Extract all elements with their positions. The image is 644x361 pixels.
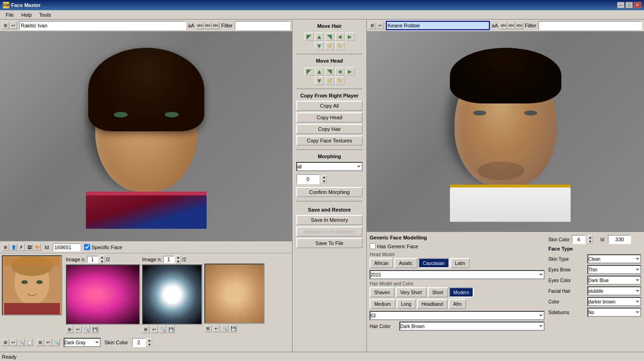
right-icon-1[interactable]: ⊞ xyxy=(369,22,376,29)
hair-short[interactable]: Short xyxy=(428,287,448,297)
img2-icon1[interactable]: ⊞ xyxy=(142,326,150,333)
left-filter-input[interactable] xyxy=(234,21,290,30)
specific-face-checkbox[interactable] xyxy=(84,244,90,250)
skin-color-top-up[interactable]: ▲ xyxy=(587,235,593,239)
hair-arrow-right[interactable]: ► xyxy=(345,32,355,41)
hair-arrow-down[interactable]: ▼ xyxy=(315,42,324,50)
copy-head-button[interactable]: Copy Head xyxy=(296,112,363,122)
bt-icon6[interactable]: ↩ xyxy=(45,339,52,346)
left-icon-1[interactable]: ⊞ xyxy=(2,22,9,29)
skin-type-select[interactable]: Clean Normal Oily xyxy=(587,254,641,264)
head-latin[interactable]: Latin xyxy=(450,258,470,268)
left-abc-3[interactable]: abc xyxy=(212,22,220,29)
hair-long[interactable]: Long xyxy=(397,299,416,309)
left-status-icon-4[interactable]: 🖼 xyxy=(26,244,33,251)
image-n2-input[interactable] xyxy=(163,256,175,263)
hair-modern[interactable]: Modern xyxy=(449,287,474,297)
morphing-val-down[interactable]: ▼ xyxy=(321,179,327,183)
menu-tools[interactable]: Tools xyxy=(35,11,55,19)
hair-shaven[interactable]: Shaven xyxy=(370,287,395,297)
bt-icon7[interactable]: 🔍 xyxy=(52,339,60,346)
bt-icon2[interactable]: ↩ xyxy=(10,339,17,346)
bt-icon5[interactable]: ⊞ xyxy=(37,339,44,346)
restore-memory-button[interactable]: Restore From Memory xyxy=(296,226,363,237)
morphing-value-input[interactable] xyxy=(296,174,319,184)
id-input-right[interactable] xyxy=(608,235,631,244)
skin-color-up[interactable]: ▲ xyxy=(147,338,152,342)
hair-rotate-l[interactable]: ↺ xyxy=(325,42,334,50)
facial-hair-select[interactable]: stubble none beard xyxy=(587,286,641,296)
img1-icon1[interactable]: ⊞ xyxy=(66,326,73,333)
close-button[interactable]: ✕ xyxy=(634,2,641,8)
img2-save[interactable]: 💾 xyxy=(167,326,175,333)
img1-save[interactable]: 💾 xyxy=(91,326,98,333)
hair-afro[interactable]: Afro xyxy=(449,299,466,309)
confirm-morphing-button[interactable]: Confirm Morphing xyxy=(296,187,363,197)
left-icon-2[interactable]: ↩ xyxy=(10,22,17,29)
id-input[interactable] xyxy=(52,243,80,251)
hair-medium[interactable]: Medium xyxy=(370,299,396,309)
hair-color-select[interactable]: Dark Brown xyxy=(399,322,545,331)
save-memory-button[interactable]: Save In Memory xyxy=(296,215,363,225)
year-select[interactable]: 2015 xyxy=(370,270,545,279)
left-status-icon-1[interactable]: ⊞ xyxy=(2,244,9,251)
skin-color-top-down[interactable]: ▼ xyxy=(587,239,593,244)
dark-gray-select[interactable]: Dark Gray xyxy=(64,338,101,347)
skin-zoom[interactable]: 🔍 xyxy=(221,325,228,332)
image-n1-input[interactable] xyxy=(87,256,98,263)
hair-arrow-left[interactable]: ◄ xyxy=(335,32,345,41)
eyes-color-select[interactable]: Dark Blue Blue Green Brown xyxy=(587,276,641,285)
bt-icon3[interactable]: 🔍 xyxy=(18,339,25,346)
menu-help[interactable]: Help xyxy=(18,11,36,19)
head-rotate-l[interactable]: ↺ xyxy=(325,77,334,85)
image-n1-up[interactable]: ▲ xyxy=(99,255,105,259)
right-player-input[interactable] xyxy=(386,21,490,30)
skin-save[interactable]: 💾 xyxy=(229,325,237,332)
specific-face-checkbox-label[interactable]: Specific Face xyxy=(84,244,122,250)
head-caucasian[interactable]: Caucasian xyxy=(418,258,449,268)
has-generic-checkbox[interactable] xyxy=(370,243,376,249)
head-asiatic[interactable]: Asiatic xyxy=(394,258,417,268)
hair-rotate-r[interactable]: ↻ xyxy=(335,42,345,50)
img2-zoom[interactable]: 🔍 xyxy=(159,326,166,333)
image-n2-up[interactable]: ▲ xyxy=(176,255,181,259)
copy-hair-button[interactable]: Copy Hair xyxy=(296,124,363,134)
hair-arrow-upleft[interactable]: ◤ xyxy=(305,32,314,41)
image-n1-down[interactable]: ▼ xyxy=(99,259,105,264)
morphing-select[interactable]: all xyxy=(296,162,363,171)
minimize-button[interactable]: ─ xyxy=(617,2,624,8)
morphing-val-up[interactable]: ▲ xyxy=(321,175,327,179)
right-abc-1[interactable]: abc xyxy=(500,22,507,29)
skin-icon1[interactable]: ⊞ xyxy=(204,325,212,332)
hair-style-select[interactable]: 63 xyxy=(370,311,545,320)
bt-icon1[interactable]: ⊞ xyxy=(2,339,9,346)
bt-icon4[interactable]: 📋 xyxy=(26,339,33,346)
save-file-button[interactable]: Save To File xyxy=(296,238,363,248)
left-abc-1[interactable]: abc xyxy=(196,22,204,29)
left-player-input[interactable] xyxy=(19,21,186,30)
right-icon-2[interactable]: ↩ xyxy=(377,22,384,29)
head-african[interactable]: African xyxy=(370,258,393,268)
left-abc-2[interactable]: abc xyxy=(204,22,212,29)
eyes-brow-select[interactable]: Thin Normal Thick xyxy=(587,265,641,274)
sideburns-select[interactable]: No Yes xyxy=(587,308,641,317)
skin-color-down[interactable]: ▼ xyxy=(147,342,152,347)
head-rotate-r[interactable]: ↻ xyxy=(335,77,345,85)
right-filter-input[interactable] xyxy=(538,21,642,30)
hair-very-short[interactable]: Very Short xyxy=(396,287,427,297)
left-status-icon-3[interactable]: ✗ xyxy=(18,244,25,251)
right-abc-3[interactable]: abc xyxy=(516,22,523,29)
hair-headband[interactable]: Headband xyxy=(417,299,448,309)
img1-zoom[interactable]: 🔍 xyxy=(83,326,90,333)
left-status-icon-2[interactable]: 👤 xyxy=(10,244,17,251)
head-arrow-upleft[interactable]: ◤ xyxy=(305,67,314,76)
head-arrow-right[interactable]: ► xyxy=(345,67,355,76)
head-arrow-left[interactable]: ◄ xyxy=(335,67,345,76)
menu-file[interactable]: File xyxy=(2,11,18,19)
head-arrow-upright[interactable]: ◥ xyxy=(325,67,334,76)
skin-icon2[interactable]: ↩ xyxy=(213,325,220,332)
hair-arrow-up[interactable]: ▲ xyxy=(315,32,324,41)
copy-face-textures-button[interactable]: Copy Face Textures xyxy=(296,135,363,146)
left-status-icon-5[interactable]: 🎨 xyxy=(33,244,41,251)
head-arrow-up[interactable]: ▲ xyxy=(315,67,324,76)
